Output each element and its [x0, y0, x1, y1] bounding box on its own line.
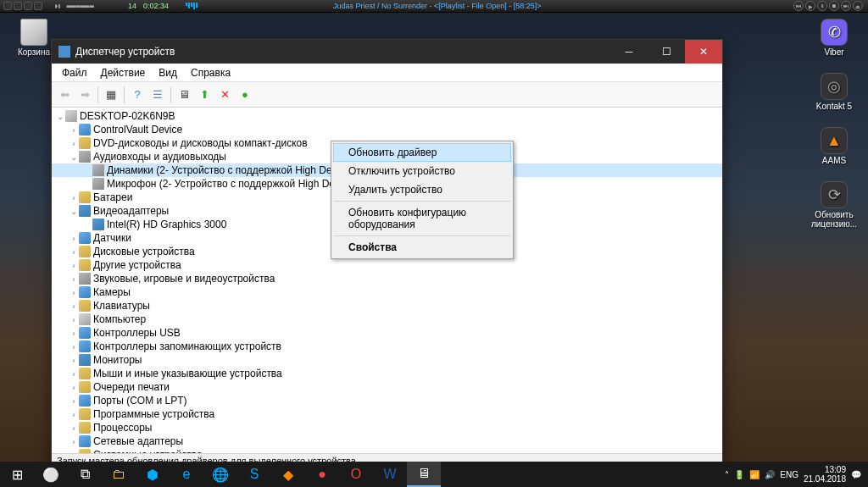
systray[interactable]: ˄ 🔋 📶 🔊 ENG 13:09 21.04.2018 💬	[725, 465, 868, 484]
start-button[interactable]: ⊞	[0, 462, 34, 487]
edge-icon[interactable]: e	[170, 462, 203, 487]
menu-help[interactable]: Справка	[184, 65, 237, 80]
clock[interactable]: 13:09 21.04.2018	[804, 465, 846, 484]
forward-button[interactable]: ➡	[75, 86, 94, 104]
store-icon[interactable]: ⬢	[136, 462, 170, 487]
tree-node[interactable]: ›Мыши и иные указывающие устройства	[52, 367, 722, 380]
stop-icon[interactable]: ⏹	[829, 1, 839, 11]
winamp-player[interactable]: ⏯ ▬▬▬▬▬▬ 14 0:02:34 Judas Priest / No Su…	[0, 0, 868, 13]
minimize-button[interactable]: ─	[610, 40, 648, 64]
ctx-refresh[interactable]: Обновить конфигурацию оборудования	[333, 203, 511, 234]
scan-button[interactable]: 🖥	[175, 86, 193, 104]
eject-icon[interactable]: ⏏	[853, 1, 863, 11]
uninstall-button[interactable]: ✕	[215, 86, 234, 104]
language-indicator[interactable]: ENG	[780, 470, 798, 479]
menu-action[interactable]: Действие	[94, 65, 153, 80]
ctx-disable[interactable]: Отключить устройство	[333, 162, 511, 180]
tree-node[interactable]: ›Мониторы	[52, 353, 722, 367]
menu-view[interactable]: Вид	[152, 65, 184, 80]
tree-node[interactable]: ›Очереди печати	[52, 380, 722, 394]
toolbar: ⬅ ➡ ▦ ? ☰ 🖥 ⬆ ✕ ●	[52, 82, 722, 108]
word-icon[interactable]: W	[373, 462, 407, 487]
tree-node[interactable]: ›Порты (COM и LPT)	[52, 394, 722, 407]
app2-icon[interactable]: ●	[305, 462, 339, 487]
update-license-icon[interactable]: ⟳Обновить лицензию...	[807, 181, 861, 229]
track-time: 0:02:34	[143, 2, 169, 10]
tree-node[interactable]: ›Контроллеры USB	[52, 326, 722, 340]
enable-button[interactable]: ●	[236, 86, 254, 104]
aams-icon[interactable]: ▲AAMS	[807, 127, 861, 165]
window-title: Диспетчер устройств	[75, 46, 175, 58]
opera-icon[interactable]: O	[339, 462, 373, 487]
pause-icon[interactable]: ⏸	[817, 1, 827, 11]
app1-icon[interactable]: ◆	[271, 462, 305, 487]
tree-node[interactable]: ›Компьютер	[52, 313, 722, 326]
tree-node[interactable]: ›Клавиатуры	[52, 299, 722, 313]
ctx-remove[interactable]: Удалить устройство	[333, 180, 511, 199]
tray-volume-icon[interactable]: 🔊	[765, 470, 775, 479]
properties-button[interactable]: ☰	[148, 86, 167, 104]
explorer-icon[interactable]: 🗀	[102, 462, 136, 487]
app-icon	[58, 46, 70, 58]
ctx-properties[interactable]: Свойства	[333, 238, 511, 257]
track-number: 14	[128, 2, 136, 10]
tree-node[interactable]: ›Программные устройства	[52, 407, 722, 421]
skype-icon[interactable]: S	[237, 462, 271, 487]
update-driver-button[interactable]: ⬆	[195, 86, 214, 104]
prev-icon[interactable]: ⏮	[793, 1, 804, 11]
maximize-button[interactable]: ☐	[648, 40, 685, 64]
tree-node[interactable]: ›Процессоры	[52, 421, 722, 434]
tree-node[interactable]: ›Камеры	[52, 285, 722, 299]
tree-node[interactable]: ›Звуковые, игровые и видеоустройства	[52, 272, 722, 285]
tray-battery-icon[interactable]: 🔋	[734, 470, 744, 479]
tree-node[interactable]: ›Другие устройства	[52, 258, 722, 272]
task-view-button[interactable]: ⧉	[68, 462, 102, 487]
back-button[interactable]: ⬅	[55, 86, 74, 104]
now-playing: Judas Priest / No Surrender - <[Playlist…	[333, 2, 542, 10]
tray-wifi-icon[interactable]: 📶	[749, 470, 760, 479]
ctx-update-driver[interactable]: Обновить драйвер	[333, 143, 511, 162]
show-all-button[interactable]: ▦	[102, 86, 120, 104]
notifications-icon[interactable]: 💬	[851, 470, 861, 479]
kontakt-icon[interactable]: ◎Kontakt 5	[807, 73, 861, 111]
device-manager-taskbar[interactable]: 🖥	[407, 462, 441, 487]
titlebar[interactable]: Диспетчер устройств ─ ☐ ✕	[52, 40, 722, 64]
search-button[interactable]: ⚪	[34, 462, 68, 487]
menubar: Файл Действие Вид Справка	[52, 64, 722, 82]
tree-node[interactable]: ›Сетевые адаптеры	[52, 434, 722, 448]
chrome-icon[interactable]: 🌐	[203, 462, 237, 487]
tree-node[interactable]: ›Контроллеры запоминающих устройств	[52, 340, 722, 353]
tree-root[interactable]: ⌄DESKTOP-02K6N9B	[52, 109, 722, 123]
close-button[interactable]: ✕	[685, 40, 722, 64]
next-icon[interactable]: ⏭	[841, 1, 851, 11]
menu-file[interactable]: Файл	[55, 65, 94, 80]
context-menu: Обновить драйвер Отключить устройство Уд…	[331, 141, 514, 259]
tray-up-icon[interactable]: ˄	[725, 470, 729, 479]
taskbar: ⊞ ⚪ ⧉ 🗀 ⬢ e 🌐 S ◆ ● O W 🖥 ˄ 🔋 📶 🔊 ENG 13…	[0, 462, 868, 487]
help-button[interactable]: ?	[128, 86, 147, 104]
play-icon[interactable]: ▶	[805, 1, 815, 11]
viber-icon[interactable]: ✆Viber	[807, 19, 861, 57]
tree-node[interactable]: ›ControlVault Device	[52, 123, 722, 136]
